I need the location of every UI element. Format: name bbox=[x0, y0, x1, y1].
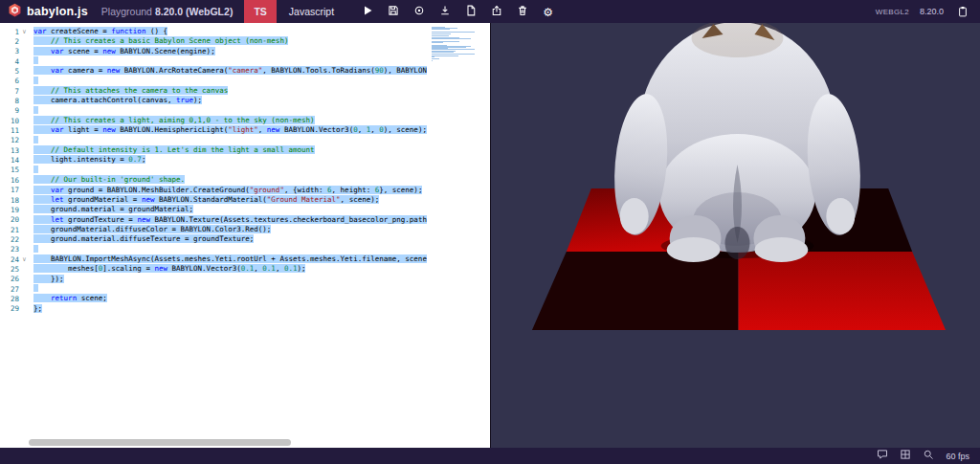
line-number: 2 bbox=[0, 37, 19, 46]
line-number: 10 bbox=[0, 117, 19, 125]
code-area[interactable]: var createScene = function () { // This … bbox=[33, 27, 427, 314]
code-line[interactable]: var createScene = function () { bbox=[33, 27, 427, 36]
render-canvas[interactable] bbox=[490, 23, 980, 448]
textures-button[interactable] bbox=[898, 449, 913, 464]
trash-icon bbox=[517, 5, 528, 19]
toolbar: ⚙ bbox=[354, 0, 561, 23]
line-number: 3 bbox=[0, 47, 19, 55]
line-number: 15 bbox=[0, 166, 19, 174]
line-number: 14 bbox=[0, 156, 19, 165]
line-number: 5 bbox=[0, 67, 19, 76]
code-line[interactable]: var scene = new BABYLON.Scene(engine); bbox=[33, 47, 427, 56]
code-line[interactable] bbox=[33, 284, 427, 294]
tab-javascript[interactable]: Javascript bbox=[277, 0, 346, 23]
code-line[interactable]: // This creates a basic Babylon Scene ob… bbox=[33, 36, 427, 46]
engine-version-label: 8.20.0 bbox=[920, 7, 944, 16]
code-line[interactable]: ground.material = groundMaterial; bbox=[33, 205, 427, 214]
search-button[interactable] bbox=[921, 449, 936, 464]
code-editor[interactable]: 1∨23456789101112131415161718192021222324… bbox=[0, 23, 490, 448]
yeti-model bbox=[609, 23, 865, 262]
copy-snippet-button[interactable] bbox=[954, 0, 971, 23]
code-line[interactable]: }); bbox=[33, 275, 427, 284]
babylon-logo[interactable]: babylon.js bbox=[0, 3, 94, 21]
code-line[interactable]: var light = new BABYLON.HemisphericLight… bbox=[33, 125, 427, 135]
code-line[interactable]: // Default intensity is 1. Let's dim the… bbox=[33, 145, 427, 155]
run-button[interactable] bbox=[354, 0, 380, 23]
code-line[interactable]: BABYLON.ImportMeshAsync(Assets.meshes.Ye… bbox=[33, 254, 427, 264]
code-line[interactable] bbox=[33, 106, 427, 116]
code-line[interactable]: camera.attachControl(canvas, true); bbox=[33, 96, 427, 105]
line-number: 12 bbox=[0, 136, 19, 144]
code-line[interactable]: var ground = BABYLON.MeshBuilder.CreateG… bbox=[33, 186, 427, 195]
fps-counter: 60 fps bbox=[946, 452, 969, 461]
fold-chevron-icon[interactable]: ∨ bbox=[19, 27, 30, 36]
comments-button[interactable] bbox=[875, 449, 890, 464]
code-line[interactable] bbox=[33, 245, 427, 254]
line-number: 8 bbox=[0, 97, 19, 105]
code-line[interactable]: // This attaches the camera to the canva… bbox=[33, 86, 427, 96]
playground-version-label: Playground 8.20.0 (WebGL2) bbox=[101, 6, 234, 17]
line-number: 26 bbox=[0, 275, 19, 283]
line-number: 27 bbox=[0, 285, 19, 294]
line-number: 24 bbox=[0, 255, 19, 264]
save-icon bbox=[388, 5, 399, 19]
minimap[interactable] bbox=[432, 27, 476, 61]
new-button[interactable] bbox=[457, 0, 483, 23]
renderer-label: WEBGL2 bbox=[876, 8, 909, 16]
editor-gutter: 1∨23456789101112131415161718192021222324… bbox=[0, 27, 31, 314]
texture-icon bbox=[900, 449, 911, 463]
comment-icon bbox=[877, 449, 888, 463]
code-line[interactable]: meshes[0].scaling = new BABYLON.Vector3(… bbox=[33, 264, 427, 274]
line-number: 22 bbox=[0, 235, 19, 244]
fold-chevron-icon[interactable]: ∨ bbox=[19, 254, 30, 264]
code-line[interactable]: // Our built-in 'ground' shape. bbox=[33, 175, 427, 185]
line-number: 13 bbox=[0, 146, 19, 155]
line-number: 9 bbox=[0, 106, 19, 115]
code-line[interactable]: groundMaterial.diffuseColor = BABYLON.Co… bbox=[33, 225, 427, 234]
search-icon bbox=[923, 449, 934, 463]
code-line[interactable]: // This creates a light, aiming 0,1,0 - … bbox=[33, 116, 427, 125]
inspector-button[interactable] bbox=[406, 0, 432, 23]
new-doc-icon bbox=[465, 5, 477, 19]
status-bar: 60 fps bbox=[0, 448, 980, 464]
line-number: 6 bbox=[0, 77, 19, 85]
line-number: 16 bbox=[0, 176, 19, 185]
horizontal-scrollbar[interactable] bbox=[0, 438, 490, 448]
code-line[interactable]: light.intensity = 0.7; bbox=[33, 155, 427, 165]
line-number: 21 bbox=[0, 226, 19, 234]
app-title: babylon.js bbox=[27, 5, 88, 18]
code-line[interactable]: var camera = new BABYLON.ArcRotateCamera… bbox=[33, 66, 427, 76]
settings-icon: ⚙ bbox=[543, 5, 553, 19]
inspector-icon bbox=[413, 5, 425, 19]
settings-button[interactable]: ⚙ bbox=[535, 0, 561, 23]
share-icon bbox=[491, 5, 502, 19]
line-number: 17 bbox=[0, 186, 19, 194]
download-button[interactable] bbox=[432, 0, 457, 23]
code-line[interactable]: ground.material.diffuseTexture = groundT… bbox=[33, 234, 427, 244]
line-number: 25 bbox=[0, 265, 19, 274]
line-number: 20 bbox=[0, 215, 19, 224]
share-button[interactable] bbox=[483, 0, 509, 23]
code-line[interactable] bbox=[33, 166, 427, 175]
header-right: WEBGL2 8.20.0 bbox=[876, 0, 980, 23]
line-number: 4 bbox=[0, 57, 19, 66]
header: babylon.js Playground 8.20.0 (WebGL2) TS… bbox=[0, 0, 980, 23]
babylon-playground: babylon.js Playground 8.20.0 (WebGL2) TS… bbox=[0, 0, 980, 464]
code-line[interactable] bbox=[33, 56, 427, 66]
line-number: 19 bbox=[0, 206, 19, 214]
code-line[interactable]: }; bbox=[33, 304, 427, 314]
babylon-logo-icon bbox=[8, 3, 22, 21]
play-icon bbox=[362, 5, 373, 19]
horizontal-scrollbar-thumb[interactable] bbox=[29, 439, 291, 446]
tab-typescript[interactable]: TS bbox=[244, 0, 276, 23]
code-line[interactable]: let groundTexture = new BABYLON.Texture(… bbox=[33, 215, 427, 225]
line-number: 11 bbox=[0, 126, 19, 135]
code-line[interactable]: return scene; bbox=[33, 294, 427, 303]
code-line[interactable] bbox=[33, 77, 427, 86]
code-line[interactable]: let groundMaterial = new BABYLON.Standar… bbox=[33, 195, 427, 205]
save-button[interactable] bbox=[380, 0, 406, 23]
code-line[interactable] bbox=[33, 136, 427, 145]
clear-button[interactable] bbox=[509, 0, 535, 23]
line-number: 1 bbox=[0, 28, 19, 36]
line-number: 28 bbox=[0, 295, 19, 303]
